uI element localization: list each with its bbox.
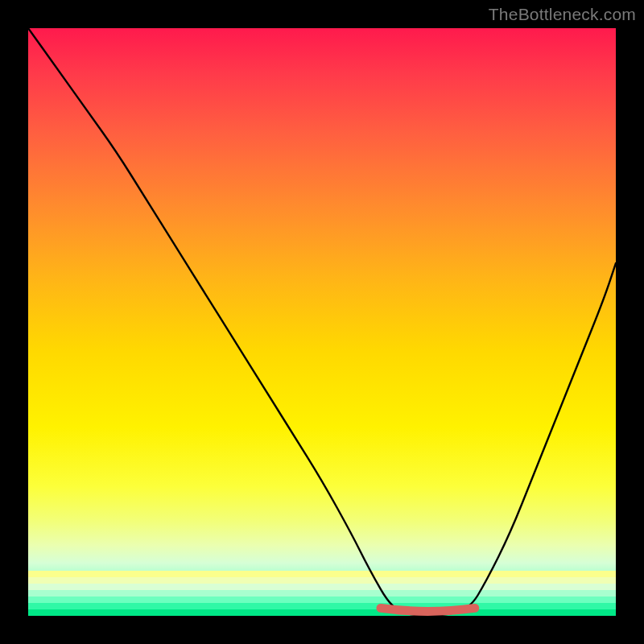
bottleneck-curve — [28, 28, 616, 616]
plot-area — [28, 28, 616, 616]
chart-frame: TheBottleneck.com — [0, 0, 644, 644]
watermark-text: TheBottleneck.com — [489, 5, 636, 24]
